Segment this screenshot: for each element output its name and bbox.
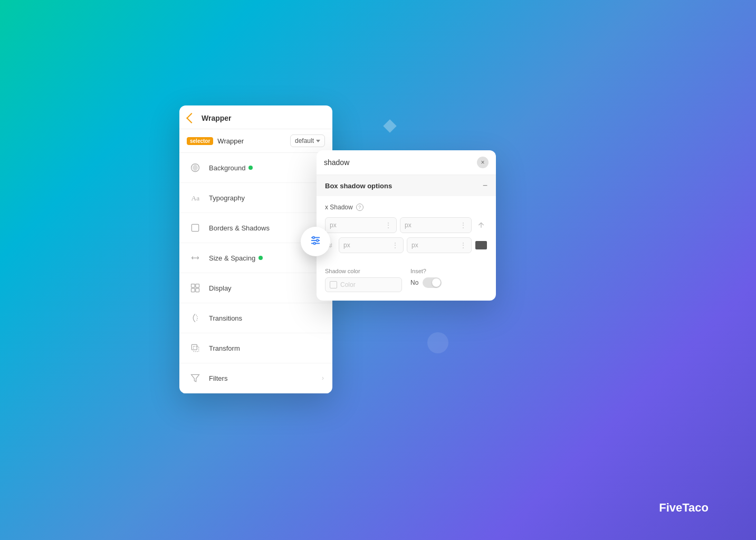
input-dots-4[interactable]: ⋮ — [460, 241, 467, 249]
sliders-icon — [310, 235, 321, 249]
size-spacing-icon — [188, 250, 203, 265]
transitions-icon — [188, 311, 203, 325]
px-label-1: px — [330, 221, 337, 229]
background-icon — [188, 160, 203, 175]
svg-rect-3 — [192, 284, 195, 288]
shadow-options-title: Box shadow options — [325, 182, 392, 190]
sidebar-item-filters[interactable]: Filters › — [179, 363, 332, 393]
panel-title: Wrapper — [202, 114, 232, 122]
shadow-options-header: Box shadow options − — [317, 175, 496, 196]
shadow-row2-action-icon[interactable] — [475, 239, 487, 252]
px-label-4: px — [412, 242, 418, 249]
back-icon — [186, 113, 197, 123]
svg-rect-6 — [196, 288, 199, 292]
circle-decoration — [427, 332, 448, 353]
size-spacing-active-dot — [259, 256, 263, 260]
size-spacing-label: Size & Spacing — [209, 254, 255, 262]
search-clear-button[interactable]: × — [477, 157, 489, 168]
sidebar-item-typography[interactable]: Aa Typography — [179, 183, 332, 213]
x-shadow-section: x Shadow ? px ⋮ px ⋮ — [317, 196, 496, 268]
filters-icon — [188, 371, 203, 385]
sidebar-item-transform[interactable]: Transform — [179, 333, 332, 363]
px-label-2: px — [405, 221, 412, 229]
sidebar-item-background[interactable]: Background — [179, 153, 332, 183]
filters-label: Filters — [209, 374, 227, 382]
color-block-icon — [475, 241, 487, 249]
diamond-decoration — [383, 119, 396, 132]
inset-block: Inset? No — [410, 268, 487, 292]
filters-arrow-icon: › — [322, 374, 324, 382]
background: Wrapper selector Wrapper default Backgro… — [0, 0, 756, 540]
filter-fab-button[interactable] — [301, 227, 330, 256]
display-icon — [188, 281, 203, 295]
default-select[interactable]: default — [290, 134, 325, 147]
x-shadow-label: x Shadow — [325, 204, 353, 211]
shadow-label-row: x Shadow ? — [325, 204, 487, 211]
shadow-input-row-2: # px ⋮ px ⋮ — [325, 237, 487, 253]
transform-icon — [188, 341, 203, 355]
toggle-knob — [432, 278, 441, 287]
svg-point-14 — [317, 239, 319, 242]
shadow-color-label: Shadow color — [325, 268, 402, 274]
inset-label: Inset? — [410, 268, 487, 274]
panel-header: Wrapper — [179, 105, 332, 129]
px-label-3: px — [343, 242, 350, 249]
svg-rect-4 — [196, 284, 199, 288]
search-bar: × — [317, 150, 496, 175]
shadow-spread-input[interactable]: px ⋮ — [407, 237, 472, 253]
input-dots-1[interactable]: ⋮ — [385, 221, 392, 229]
svg-rect-8 — [194, 346, 199, 352]
display-label: Display — [209, 284, 232, 292]
chevron-down-icon — [316, 140, 320, 142]
typography-icon: Aa — [188, 190, 203, 205]
shadow-color-inset-section: Shadow color Color Inset? No — [317, 268, 496, 301]
borders-icon — [188, 220, 203, 235]
right-panel: × Box shadow options − x Shadow ? px ⋮ p… — [317, 150, 496, 301]
search-input[interactable] — [324, 158, 477, 167]
shadow-y-input[interactable]: px ⋮ — [400, 217, 472, 233]
info-icon[interactable]: ? — [356, 204, 363, 211]
shadow-blur-input[interactable]: px ⋮ — [339, 237, 404, 253]
svg-point-13 — [313, 236, 315, 238]
panel-toolbar: selector Wrapper default — [179, 129, 332, 153]
transitions-label: Transitions — [209, 314, 242, 322]
svg-rect-7 — [192, 344, 197, 350]
brand-name: FiveTaco — [659, 501, 709, 514]
background-active-dot — [248, 166, 253, 170]
inset-no-label: No — [410, 279, 418, 286]
selector-badge: selector — [187, 137, 213, 145]
color-swatch — [330, 281, 337, 288]
wrapper-label: Wrapper — [217, 137, 286, 145]
svg-rect-5 — [192, 288, 195, 292]
brand-logo: FiveTaco — [659, 501, 709, 515]
svg-text:Aa: Aa — [192, 194, 200, 202]
borders-shadows-label: Borders & Shadows — [209, 224, 270, 232]
shadow-input-row-1: px ⋮ px ⋮ — [325, 217, 487, 233]
shadow-color-block: Shadow color Color — [325, 268, 402, 292]
inset-toggle-switch[interactable] — [423, 277, 442, 288]
background-label: Background — [209, 164, 245, 172]
svg-point-15 — [313, 242, 315, 244]
color-input[interactable]: Color — [325, 277, 402, 292]
input-dots-2[interactable]: ⋮ — [460, 221, 467, 229]
back-button[interactable] — [188, 114, 197, 122]
default-option-label: default — [295, 137, 314, 144]
inset-toggle-row: No — [410, 277, 487, 288]
sidebar-item-display[interactable]: Display — [179, 273, 332, 303]
shadow-x-input[interactable]: px ⋮ — [325, 217, 397, 233]
panel-items: Background Aa Typography B — [179, 153, 332, 393]
collapse-button[interactable]: − — [483, 181, 487, 190]
svg-rect-2 — [192, 224, 198, 231]
transform-label: Transform — [209, 344, 240, 352]
shadow-row1-action-icon[interactable] — [475, 219, 487, 232]
svg-marker-9 — [192, 374, 199, 381]
typography-label: Typography — [209, 194, 245, 202]
input-dots-3[interactable]: ⋮ — [391, 241, 399, 249]
color-placeholder: Color — [340, 281, 356, 288]
sidebar-item-transitions[interactable]: Transitions — [179, 303, 332, 333]
